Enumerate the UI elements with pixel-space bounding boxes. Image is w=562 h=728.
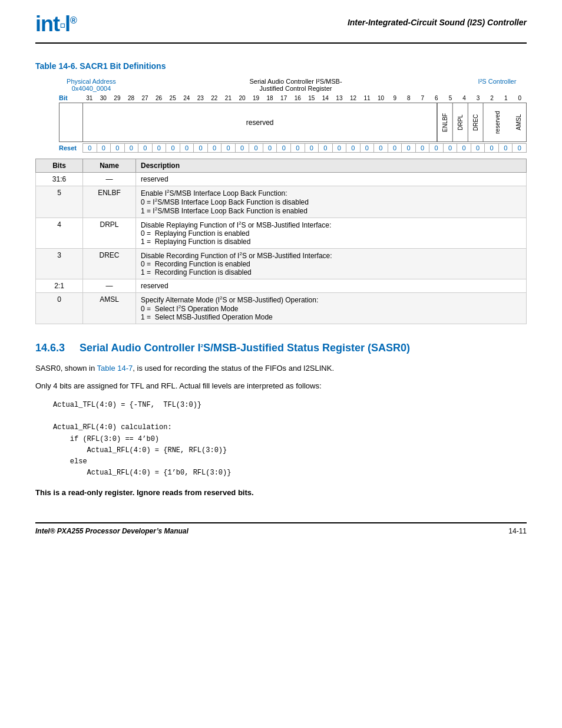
col-header-bits: Bits <box>36 159 83 173</box>
reserved-bits-cell: reserved <box>83 103 437 141</box>
page-footer: Intel® PXA255 Processor Developer’s Manu… <box>35 522 527 535</box>
desc-cell: Enable I2S/MSB Interface Loop Back Funct… <box>136 186 527 218</box>
bit-enlbf: ENLBF <box>437 103 452 141</box>
footer-left: Intel® PXA255 Processor Developer’s Manu… <box>35 527 189 535</box>
section-body: SASR0, shown in Table 14-7, is used for … <box>35 363 527 499</box>
bit-label: Bit <box>59 94 82 101</box>
bit-31: 31 <box>82 95 97 101</box>
code-line-2 <box>53 411 527 422</box>
code-line-3: Actual_RFL(4:0) calculation: <box>53 422 527 433</box>
bits-cell: 3 <box>36 249 83 279</box>
desc-cell: Disable Recording Function of I2S or MSB… <box>136 249 527 279</box>
reset-label: Reset <box>59 144 82 151</box>
reset-values-container: 0 0 0 0 0 0 0 0 0 0 0 0 0 0 0 0 0 <box>82 143 527 153</box>
footer-right: 14-11 <box>508 527 527 535</box>
reg-bits-row: reserved ENLBF DRPL DREC reserved AMSL <box>59 103 527 142</box>
section-p2: Only 4 bits are assigned for TFL and RFL… <box>35 380 527 392</box>
desc-cell: Disable Replaying Function of I2S or MSB… <box>136 218 527 249</box>
desc-cell: reserved <box>136 173 527 186</box>
section-heading: 14.6.3 Serial Audio Controller I2S/MSB-J… <box>35 342 527 354</box>
table-row: 3 DREC Disable Recording Function of I2S… <box>36 249 527 279</box>
reg-name-label1: Serial Audio Controller I²S/MSB- <box>124 78 468 85</box>
reset-row: Reset 0 0 0 0 0 0 0 0 0 0 0 0 0 0 0 <box>35 143 527 153</box>
bits-cell: 4 <box>36 218 83 249</box>
bit-drec: DREC <box>468 103 483 141</box>
page-header: int▫l® Inter-Integrated-Circuit Sound (I… <box>35 12 527 44</box>
desc-cell: reserved <box>136 279 527 293</box>
table-row: 4 DRPL Disable Replaying Function of I2S… <box>36 218 527 249</box>
desc-cell: Specify Alternate Mode (I2S or MSB-Justi… <box>136 293 527 324</box>
code-line-1: Actual_TFL(4:0) = {-TNF, TFL(3:0)} <box>53 400 527 411</box>
table-title: Table 14-6. SACR1 Bit Definitions <box>35 61 527 71</box>
bit-drpl: DRPL <box>452 103 468 141</box>
note-bold: This is a read-only register. Ignore rea… <box>35 487 527 499</box>
definition-table: Bits Name Description 31:6 — reserved 5 … <box>35 159 527 324</box>
table-header-row: Bits Name Description <box>36 159 527 173</box>
bits-cell: 2:1 <box>36 279 83 293</box>
intel-logo: int▫l® <box>35 12 77 37</box>
name-cell: — <box>83 279 136 293</box>
name-cell: — <box>83 173 136 186</box>
table-14-7-link[interactable]: Table 14-7 <box>97 364 133 373</box>
name-cell: DREC <box>83 249 136 279</box>
name-cell: DRPL <box>83 218 136 249</box>
phys-addr-label: Physical Address <box>59 78 124 85</box>
section-p1: SASR0, shown in Table 14-7, is used for … <box>35 363 527 374</box>
bits-cell: 31:6 <box>36 173 83 186</box>
col-header-name: Name <box>83 159 136 173</box>
table-row: 5 ENLBF Enable I2S/MSB Interface Loop Ba… <box>36 186 527 218</box>
bits-cell: 0 <box>36 293 83 324</box>
header-title: Inter-Integrated-Circuit Sound (I2S) Con… <box>348 12 527 27</box>
table-row: 2:1 — reserved <box>36 279 527 293</box>
name-cell: AMSL <box>83 293 136 324</box>
phys-addr-value: 0x4040_0004 <box>59 85 124 92</box>
bit-numbers-container: 31 30 29 28 27 26 25 24 23 22 21 20 19 1… <box>82 95 527 101</box>
bit-amsl: AMSL <box>511 103 526 141</box>
bit-numbers-row: Bit 31 30 29 28 27 26 25 24 23 22 21 20 … <box>35 94 527 103</box>
bit-reserved-2-1: reserved <box>483 103 512 141</box>
code-line-5: Actual_RFL(4:0) = {RNE, RFL(3:0)} <box>53 445 527 456</box>
reg-name-label2: Justified Control Register <box>124 85 468 92</box>
section-number: 14.6.3 <box>35 342 65 354</box>
code-block: Actual_TFL(4:0) = {-TNF, TFL(3:0)} Actua… <box>53 400 527 479</box>
reg-bit-diagram: reserved ENLBF DRPL DREC reserved AMSL <box>35 103 527 142</box>
table-row: 31:6 — reserved <box>36 173 527 186</box>
code-line-4: if (RFL(3:0) == 4’b0) <box>53 434 527 445</box>
code-line-6: else <box>53 456 527 467</box>
name-cell: ENLBF <box>83 186 136 218</box>
bits-cell: 5 <box>36 186 83 218</box>
code-line-7: Actual_RFL(4:0) = {1’b0, RFL(3:0)} <box>53 467 527 479</box>
section-title: Serial Audio Controller I2S/MSB-Justifie… <box>80 342 410 354</box>
i2s-label: I²S Controller <box>468 78 527 85</box>
col-header-desc: Description <box>136 159 527 173</box>
table-row: 0 AMSL Specify Alternate Mode (I2S or MS… <box>36 293 527 324</box>
reg-header-row: Physical Address 0x4040_0004 Serial Audi… <box>35 78 527 92</box>
